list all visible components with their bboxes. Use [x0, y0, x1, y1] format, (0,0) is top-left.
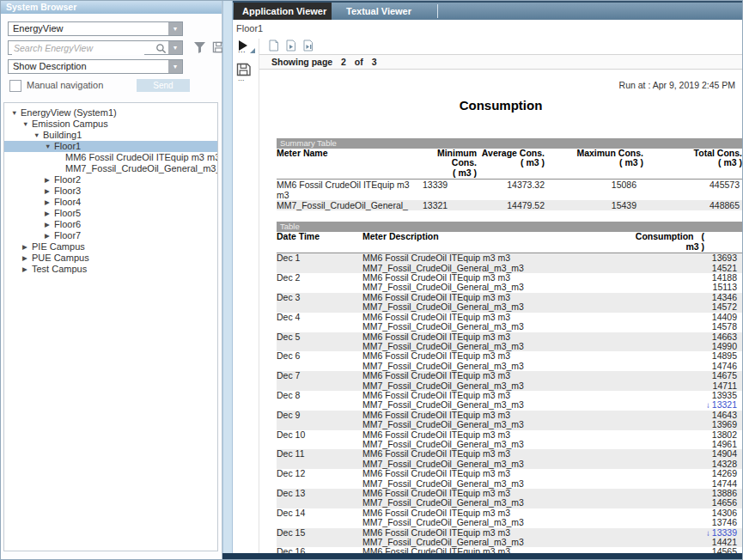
search-input[interactable] — [12, 41, 144, 55]
tree-item-label: Floor7 — [54, 230, 81, 240]
summary-col-2: Maximun Cons.( m3 ) — [545, 149, 643, 180]
page-last-icon[interactable] — [302, 40, 314, 55]
expander-open-icon[interactable]: ▼ — [45, 141, 54, 152]
summary-col-1: Average Cons.( m3 ) — [477, 149, 545, 180]
consumption-row: Dec 1MM6 Fossil CrudeOil ITEquip m3 m313… — [277, 253, 742, 264]
expander-closed-icon[interactable]: ▶ — [45, 197, 54, 208]
summary-value-cell: 15439 — [545, 200, 643, 210]
expander-closed-icon[interactable]: ▶ — [45, 186, 54, 197]
meter-description-cell: MM7_Fossil_CrudeOil_General_m3_m3 — [362, 538, 630, 547]
meter-description-cell: MM6 Fossil CrudeOil ITEquip m3 m3 — [362, 411, 630, 420]
tree-item-floor5[interactable]: ▶Floor5 — [4, 208, 217, 219]
view-selector[interactable]: EnergyView ▼ — [8, 21, 183, 36]
bottom-border-bar — [222, 553, 742, 559]
chevron-down-icon[interactable]: ▼ — [168, 22, 182, 35]
meter-description-cell: MM7_Fossil_CrudeOil_General_m3_m3 — [362, 400, 630, 410]
expander-open-icon[interactable]: ▼ — [11, 107, 21, 119]
panel-splitter[interactable] — [222, 1, 233, 559]
summary-row: MM6 Fossil CrudeOil ITEquip m3 m31333914… — [277, 180, 742, 200]
consumption-row: Dec 13MM6 Fossil CrudeOil ITEquip m3 m31… — [277, 489, 742, 498]
consumption-value-cell: 13693 — [630, 253, 742, 264]
tree-item-floor3[interactable]: ▶Floor3 — [4, 186, 217, 197]
tree-item-label: PUE Campus — [32, 253, 89, 263]
search-icon[interactable] — [155, 42, 167, 58]
tree-item-floor2[interactable]: ▶Floor2 — [4, 174, 217, 186]
meter-name-cell: MM6 Fossil CrudeOil ITEquip m3 m3 — [277, 180, 423, 200]
tree-item-label: Test Campus — [32, 264, 87, 274]
tree-item-pue-campus[interactable]: ▶PUE Campus — [4, 253, 217, 264]
page-first-icon[interactable] — [268, 40, 279, 55]
tab-separator — [437, 4, 438, 18]
consumption-value-cell: 14895 — [630, 351, 742, 361]
expander-closed-icon[interactable]: ▶ — [45, 208, 54, 219]
tree-item-label: Floor5 — [54, 208, 81, 218]
report-toolbar — [259, 39, 742, 54]
expander-closed-icon[interactable]: ▶ — [45, 174, 54, 186]
tree-item-building1[interactable]: ▼Building1 — [4, 130, 217, 141]
consumption-row: Dec 5MM6 Fossil CrudeOil ITEquip m3 m314… — [277, 332, 742, 342]
search-row: ▼ — [8, 40, 222, 59]
min-value-arrow-icon: ↓ — [706, 528, 710, 538]
system-browser-controls: EnergyView ▼ ▼ Show Desc — [1, 14, 222, 96]
meter-description-cell: MM6 Fossil CrudeOil ITEquip m3 m3 — [362, 430, 630, 440]
meter-description-cell: MM7_Fossil_CrudeOil_General_m3_m3 — [362, 283, 630, 292]
meter-description-cell: MM6 Fossil CrudeOil ITEquip m3 m3 — [362, 371, 630, 380]
tree-item-test-campus[interactable]: ▶Test Campus — [4, 264, 217, 275]
tree-item-mm7-fossil-crudeoil-general-m3-m3[interactable]: MM7_Fossil_CrudeOil_General_m3_m3 — [4, 163, 217, 174]
min-value-arrow-icon: ↓ — [706, 400, 710, 410]
tree-item-label: PIE Campus — [32, 241, 85, 252]
meter-description-cell: MM6 Fossil CrudeOil ITEquip m3 m3 — [362, 449, 630, 459]
summary-value-cell: 445573 — [643, 180, 742, 200]
tree-item-floor4[interactable]: ▶Floor4 — [4, 197, 217, 208]
viewer-panel: Application Viewer Textual Viewer Floor1… — [233, 1, 742, 559]
date-cell: Dec 5 — [277, 332, 362, 352]
tree-item-mm6-fossil-crudeoil-itequip-m3-m3[interactable]: MM6 Fossil CrudeOil ITEquip m3 m3 — [4, 152, 217, 163]
date-cell: Dec 4 — [277, 313, 362, 332]
meter-description-cell: MM6 Fossil CrudeOil ITEquip m3 m3 — [362, 293, 630, 302]
meter-description-cell: MM7_Fossil_CrudeOil_General_m3_m3 — [362, 381, 630, 391]
send-button[interactable]: Send — [137, 79, 190, 92]
consumption-row: Dec 8MM6 Fossil CrudeOil ITEquip m3 m313… — [277, 391, 742, 400]
run-report-button[interactable]: ... — [233, 39, 259, 59]
filter-icon[interactable] — [193, 41, 206, 57]
tree-item-emission-campus[interactable]: ▼Emission Campus — [4, 119, 217, 130]
tree-item-floor7[interactable]: ▶Floor7 — [4, 230, 217, 241]
tree-item-label: Floor3 — [54, 186, 81, 196]
consumption-row: Dec 6MM6 Fossil CrudeOil ITEquip m3 m314… — [277, 351, 742, 361]
expander-closed-icon[interactable]: ▶ — [45, 230, 54, 241]
expander-closed-icon[interactable]: ▶ — [22, 264, 32, 275]
tree-item-energyview-system1-[interactable]: ▼EnergyView (System1) — [4, 107, 217, 119]
expander-open-icon[interactable]: ▼ — [22, 119, 32, 130]
system-tree: ▼EnergyView (System1)▼Emission Campus▼Bu… — [3, 102, 218, 551]
consumption-row: Dec 3MM6 Fossil CrudeOil ITEquip m3 m314… — [277, 293, 742, 302]
tab-application-viewer[interactable]: Application Viewer — [234, 3, 332, 20]
detail-col-date: Date Time — [277, 232, 362, 253]
tree-item-pie-campus[interactable]: ▶PIE Campus — [4, 241, 217, 253]
meter-description-cell: MM7_Fossil_CrudeOil_General_m3_m3 — [362, 498, 630, 508]
expander-closed-icon[interactable]: ▶ — [22, 253, 32, 264]
date-cell: Dec 7 — [277, 371, 362, 391]
display-mode-selector[interactable]: Show Description ▼ — [8, 59, 183, 74]
search-options-chevron-icon[interactable]: ▼ — [168, 41, 182, 54]
summary-value-cell: 13321 — [423, 200, 477, 210]
paging-total: 3 — [372, 57, 377, 67]
tree-item-floor6[interactable]: ▶Floor6 — [4, 219, 217, 230]
manual-navigation-checkbox[interactable] — [9, 80, 21, 92]
expander-closed-icon[interactable]: ▶ — [22, 241, 32, 253]
consumption-row: Dec 2MM6 Fossil CrudeOil ITEquip m3 m314… — [277, 273, 742, 283]
save-report-button[interactable]: ... — [233, 63, 259, 85]
report-viewer: Showing page 2 of 3 Run at : Apr 9, 2019… — [259, 39, 742, 553]
display-mode-value: Show Description — [13, 61, 87, 71]
tree-item-label: MM7_Fossil_CrudeOil_General_m3_m3 — [65, 163, 217, 173]
page-next-icon[interactable] — [285, 40, 296, 55]
tab-textual-viewer[interactable]: Textual Viewer — [338, 3, 434, 20]
play-dots: ... — [238, 46, 246, 54]
date-cell: Dec 13 — [277, 489, 362, 508]
expander-open-icon[interactable]: ▼ — [33, 130, 43, 141]
expander-closed-icon[interactable]: ▶ — [45, 219, 54, 230]
summary-section: Summary Table Meter Name Minimum Cons.( … — [277, 138, 742, 210]
date-cell: Dec 6 — [277, 351, 362, 371]
consumption-row: Dec 15MM6 Fossil CrudeOil ITEquip m3 m3↓… — [277, 528, 742, 538]
tree-item-floor1[interactable]: ▼Floor1 — [4, 141, 217, 152]
chevron-down-icon[interactable]: ▼ — [168, 60, 182, 73]
